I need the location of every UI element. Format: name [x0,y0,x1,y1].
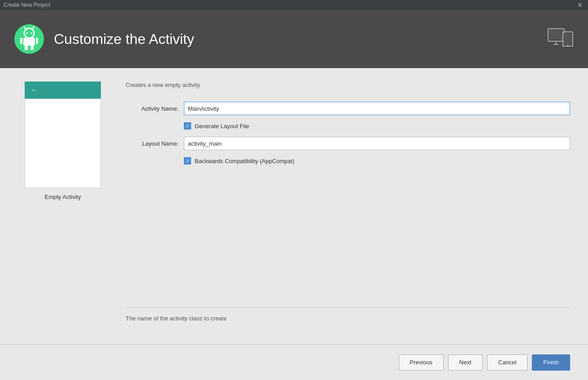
checkmark-icon-2: ✓ [186,159,190,164]
header: Customize the Activity [0,10,588,68]
helper-text: The name of the activity class to create [126,315,570,322]
svg-rect-16 [564,33,572,44]
backwards-compat-checkbox[interactable]: ✓ [184,157,191,164]
svg-rect-6 [23,38,35,46]
footer: Previous Next Cancel Finish [0,344,588,380]
layout-name-input[interactable] [184,137,570,150]
form-panel: Creates a new empty activity Activity Na… [126,82,570,331]
svg-rect-12 [549,30,563,39]
activity-name-input[interactable] [184,102,570,115]
svg-rect-9 [25,46,28,50]
title-bar-text: Create New Project [4,2,50,8]
activity-back-arrow: ← [25,82,101,99]
activity-preview-screen [25,99,101,188]
divider [126,307,570,308]
device-preview-icon [548,28,575,50]
svg-rect-10 [30,46,34,50]
spacer [126,172,570,294]
title-bar: Create New Project ✕ [0,0,588,10]
svg-rect-8 [36,38,38,44]
page-title: Customize the Activity [54,31,194,48]
generate-layout-checkbox[interactable]: ✓ [184,122,191,130]
activity-type-label: Empty Activity [45,194,81,200]
svg-rect-7 [20,38,22,44]
cancel-button[interactable]: Cancel [487,354,527,371]
next-button[interactable]: Next [448,354,483,371]
finish-button[interactable]: Finish [532,354,570,371]
close-icon[interactable]: ✕ [575,1,584,9]
svg-point-4 [26,32,28,34]
android-studio-logo [13,23,45,55]
previous-button[interactable]: Previous [399,354,444,371]
generate-layout-row: ✓ Generate Layout File [184,122,570,130]
checkmark-icon: ✓ [186,124,190,129]
left-panel: ← Empty Activity [18,82,108,331]
svg-point-5 [30,32,32,34]
generate-layout-label: Generate Layout File [195,123,249,130]
svg-point-17 [567,44,569,46]
form-description: Creates a new empty activity [126,82,570,88]
backwards-compat-row: ✓ Backwards Compatibility (AppCompat) [184,157,570,164]
backwards-compat-label: Backwards Compatibility (AppCompat) [195,158,295,164]
main-content: ← Empty Activity Creates a new empty act… [0,68,588,344]
activity-name-row: Activity Name: [126,102,570,115]
layout-name-row: Layout Name: [126,137,570,150]
activity-name-label: Activity Name: [126,105,184,112]
layout-name-label: Layout Name: [126,140,184,147]
